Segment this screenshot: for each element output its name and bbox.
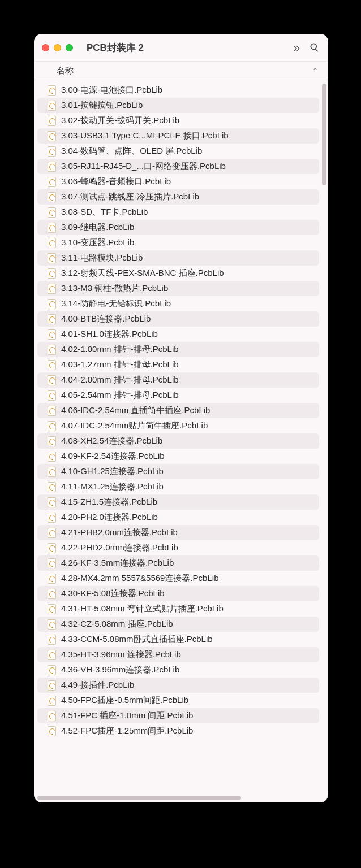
- file-row[interactable]: 4.09-KF-2.54连接器.PcbLib: [37, 449, 319, 464]
- file-row[interactable]: 3.04-数码管、点阵、OLED 屏.PcbLib: [37, 144, 319, 159]
- file-name: 4.21-PHB2.0mm连接器.PcbLib: [61, 527, 178, 538]
- column-header-row: 名称 ⌃: [34, 61, 328, 80]
- file-row[interactable]: 3.10-变压器.PcbLib: [37, 235, 319, 250]
- file-name: 4.06-IDC-2.54mm 直插简牛插座.PcbLib: [61, 405, 210, 416]
- file-name: 4.03-1.27mm 排针-排母.PcbLib: [61, 359, 179, 370]
- file-row[interactable]: 3.09-继电器.PcbLib: [37, 220, 319, 235]
- file-name: 4.07-IDC-2.54mm贴片简牛插座.PcbLib: [61, 420, 208, 431]
- file-row[interactable]: 4.33-CCM-5.08mm卧式直插插座.PcbLib: [37, 632, 319, 647]
- file-icon: [48, 299, 56, 309]
- file-name: 4.00-BTB连接器.PcbLib: [61, 314, 151, 324]
- file-row[interactable]: 4.49-接插件.PcbLib: [37, 678, 319, 693]
- file-name: 4.52-FPC插座-1.25mm间距.PcbLib: [61, 726, 193, 736]
- file-row[interactable]: 4.36-VH-3.96mm连接器.PcbLib: [37, 662, 319, 678]
- file-row[interactable]: 3.00-电源-电池接口.PcbLib: [37, 83, 319, 98]
- file-name: 4.22-PHD2.0mm连接器.PcbLib: [61, 542, 178, 553]
- file-row[interactable]: 4.02-1.00mm 排针-排母.PcbLib: [37, 342, 319, 357]
- file-row[interactable]: 4.04-2.00mm 排针-排母.PcbLib: [37, 372, 319, 388]
- file-icon: [48, 528, 56, 538]
- file-row[interactable]: 4.15-ZH1.5连接器.PcbLib: [37, 494, 319, 510]
- file-icon: [48, 390, 56, 401]
- file-name: 4.49-接插件.PcbLib: [61, 680, 134, 691]
- close-window-button[interactable]: [42, 44, 49, 51]
- file-row[interactable]: 4.52-FPC插座-1.25mm间距.PcbLib: [37, 723, 319, 739]
- file-icon: [48, 452, 56, 462]
- traffic-lights: [42, 44, 73, 51]
- file-name: 3.10-变压器.PcbLib: [61, 237, 134, 248]
- file-row[interactable]: 3.11-电路模块.PcbLib: [37, 250, 319, 266]
- finder-window: PCB封装库 2 » 名称 ⌃ 3.00-电源-电池接口.PcbLib3.01-…: [34, 34, 328, 802]
- file-icon: [48, 284, 56, 294]
- file-name: 4.28-MX4.2mm 5557&5569连接器.PcbLib: [61, 573, 218, 584]
- file-icon: [48, 711, 56, 721]
- file-row[interactable]: 3.14-防静电-无铅标识.PcbLib: [37, 296, 319, 311]
- file-row[interactable]: 4.10-GH1.25连接器.PcbLib: [37, 464, 319, 479]
- file-icon: [48, 329, 56, 340]
- file-name: 4.33-CCM-5.08mm卧式直插插座.PcbLib: [61, 634, 213, 645]
- column-header-name[interactable]: 名称: [57, 66, 74, 76]
- file-name: 4.30-KF-5.08连接器.PcbLib: [61, 588, 165, 599]
- file-icon: [48, 253, 56, 263]
- file-row[interactable]: 3.01-按键按钮.PcbLib: [37, 98, 319, 113]
- file-name: 3.09-继电器.PcbLib: [61, 222, 134, 233]
- zoom-window-button[interactable]: [66, 44, 73, 51]
- file-icon: [48, 116, 56, 126]
- file-icon: [48, 604, 56, 614]
- file-name: 3.03-USB3.1 Type C...MI-PCI-E 接口.PcbLib: [61, 131, 229, 141]
- file-row[interactable]: 3.12-射频天线-PEX-SMA-BNC 插座.PcbLib: [37, 266, 319, 281]
- file-icon: [48, 543, 56, 553]
- window-title: PCB封装库 2: [87, 41, 288, 54]
- file-icon: [48, 619, 56, 630]
- file-name: 4.09-KF-2.54连接器.PcbLib: [61, 451, 165, 462]
- file-row[interactable]: 3.03-USB3.1 Type C...MI-PCI-E 接口.PcbLib: [37, 128, 319, 144]
- file-row[interactable]: 3.02-拨动开关-拨码开关.PcbLib: [37, 113, 319, 128]
- file-row[interactable]: 4.32-CZ-5.08mm 插座.PcbLib: [37, 617, 319, 632]
- file-row[interactable]: 3.08-SD、TF卡.PcbLib: [37, 205, 319, 220]
- file-row[interactable]: 4.35-HT-3.96mm 连接器.PcbLib: [37, 647, 319, 662]
- overflow-button[interactable]: »: [294, 41, 296, 54]
- file-row[interactable]: 4.01-SH1.0连接器.PcbLib: [37, 327, 319, 342]
- file-name: 3.08-SD、TF卡.PcbLib: [61, 207, 148, 218]
- file-row[interactable]: 4.11-MX1.25连接器.PcbLib: [37, 479, 319, 494]
- horizontal-scrollbar[interactable]: [37, 796, 241, 800]
- file-icon: [48, 131, 56, 141]
- file-row[interactable]: 3.07-测试点-跳线座-冷压插片.PcbLib: [37, 189, 319, 205]
- file-name: 3.14-防静电-无铅标识.PcbLib: [61, 298, 171, 309]
- file-row[interactable]: 4.30-KF-5.08连接器.PcbLib: [37, 586, 319, 601]
- file-row[interactable]: 4.06-IDC-2.54mm 直插简牛插座.PcbLib: [37, 403, 319, 418]
- file-row[interactable]: 4.00-BTB连接器.PcbLib: [37, 311, 319, 327]
- file-row[interactable]: 4.22-PHD2.0mm连接器.PcbLib: [37, 540, 319, 555]
- file-row[interactable]: 4.51-FPC 插座-1.0mm 间距.PcbLib: [37, 708, 319, 723]
- file-row[interactable]: 3.06-蜂鸣器-音频接口.PcbLib: [37, 174, 319, 189]
- minimize-window-button[interactable]: [54, 44, 61, 51]
- file-row[interactable]: 4.31-HT-5.08mm 弯针立式贴片插座.PcbLib: [37, 601, 319, 617]
- file-row[interactable]: 3.13-M3 铜柱-散热片.PcbLib: [37, 281, 319, 296]
- file-row[interactable]: 4.08-XH2.54连接器.PcbLib: [37, 433, 319, 449]
- file-icon: [48, 696, 56, 706]
- file-icon: [48, 665, 56, 675]
- file-name: 3.02-拨动开关-拨码开关.PcbLib: [61, 115, 179, 126]
- file-icon: [48, 101, 56, 111]
- file-row[interactable]: 4.50-FPC插座-0.5mm间距.PcbLib: [37, 693, 319, 708]
- file-icon: [48, 726, 56, 736]
- search-icon[interactable]: [309, 42, 320, 53]
- file-row[interactable]: 4.20-PH2.0连接器.PcbLib: [37, 510, 319, 525]
- file-row[interactable]: 4.21-PHB2.0mm连接器.PcbLib: [37, 525, 319, 540]
- file-row[interactable]: 4.26-KF-3.5mm连接器.PcbLib: [37, 555, 319, 571]
- file-row[interactable]: 3.05-RJ11-RJ45-D_...口-网络变压器.PcbLib: [37, 159, 319, 174]
- toolbar-right: »: [294, 41, 320, 54]
- file-icon: [48, 635, 56, 645]
- file-name: 4.15-ZH1.5连接器.PcbLib: [61, 497, 157, 507]
- file-name: 4.26-KF-3.5mm连接器.PcbLib: [61, 558, 174, 568]
- file-name: 4.04-2.00mm 排针-排母.PcbLib: [61, 375, 179, 385]
- file-icon: [48, 574, 56, 584]
- file-icon: [48, 85, 56, 96]
- file-icon: [48, 497, 56, 507]
- file-row[interactable]: 4.28-MX4.2mm 5557&5569连接器.PcbLib: [37, 571, 319, 586]
- file-name: 3.11-电路模块.PcbLib: [61, 253, 143, 263]
- file-row[interactable]: 4.03-1.27mm 排针-排母.PcbLib: [37, 357, 319, 372]
- file-row[interactable]: 4.07-IDC-2.54mm贴片简牛插座.PcbLib: [37, 418, 319, 433]
- sort-indicator-icon[interactable]: ⌃: [312, 67, 318, 75]
- vertical-scrollbar[interactable]: [322, 84, 326, 185]
- file-row[interactable]: 4.05-2.54mm 排针-排母.PcbLib: [37, 388, 319, 403]
